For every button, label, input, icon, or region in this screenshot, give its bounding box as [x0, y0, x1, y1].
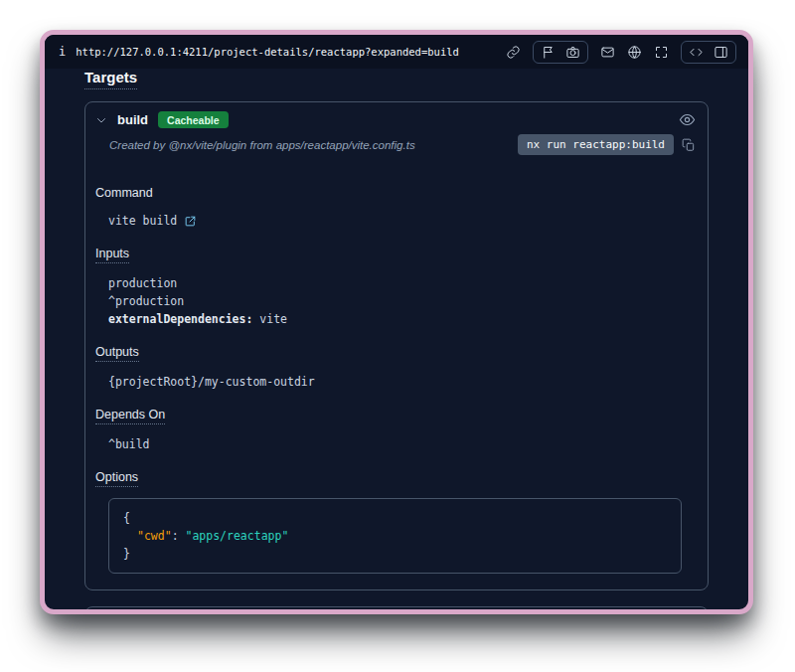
input-item: ^production	[108, 292, 690, 310]
outputs-section: Outputs {projectRoot}/my-custom-outdir	[95, 342, 690, 391]
target-name: build	[117, 112, 148, 127]
layout-panel-icon[interactable]	[714, 45, 728, 60]
depends-on-section: Depends On ^build	[95, 405, 690, 453]
dev-icon-group	[681, 41, 736, 64]
command-value: vite build	[108, 212, 177, 230]
browser-titlebar: i http://127.0.0.1:4211/project-details/…	[45, 35, 748, 69]
run-command-chip[interactable]: nx run reactapp:build	[518, 134, 674, 155]
external-link-icon	[184, 215, 197, 228]
code-line: "cwd": "apps/reactapp"	[123, 527, 667, 545]
options-code-block: { "cwd": "apps/reactapp" }	[108, 498, 682, 574]
json-value: "apps/reactapp"	[185, 529, 288, 543]
outputs-label[interactable]: Outputs	[95, 345, 139, 362]
input-dep-value: vite	[259, 312, 287, 326]
titlebar-toolbar	[506, 41, 736, 64]
depends-on-label[interactable]: Depends On	[95, 408, 165, 424]
eye-icon	[679, 111, 696, 128]
options-section: Options { "cwd": "apps/reactapp" }	[95, 467, 690, 574]
command-section: Command vite build	[95, 183, 690, 230]
url-bar[interactable]: http://127.0.0.1:4211/project-details/re…	[76, 46, 459, 58]
copy-icon	[682, 138, 696, 152]
json-key: "cwd"	[137, 529, 172, 543]
inputs-section: Inputs production ^production externalDe…	[95, 244, 690, 328]
browser-window: i http://127.0.0.1:4211/project-details/…	[40, 30, 753, 614]
created-by-text: Created by @nx/vite/plugin from apps/rea…	[109, 139, 510, 151]
json-separator: :	[172, 529, 186, 543]
code-line: {	[123, 509, 667, 527]
input-item: production	[108, 274, 690, 292]
build-card-subheader: Created by @nx/vite/plugin from apps/rea…	[85, 130, 708, 167]
inputs-label[interactable]: Inputs	[95, 247, 129, 263]
camera-icon[interactable]	[565, 45, 580, 60]
command-link[interactable]: vite build	[108, 212, 690, 230]
flag-icon[interactable]	[541, 45, 556, 60]
target-card-build: build Cacheable Created by @nx/vite/plug…	[84, 101, 709, 590]
targets-heading[interactable]: Targets	[84, 69, 137, 89]
options-label[interactable]: Options	[95, 470, 138, 487]
mail-icon[interactable]	[600, 45, 615, 60]
cacheable-badge: Cacheable	[158, 111, 229, 128]
input-item: externalDependencies: vite	[108, 310, 690, 328]
expand-icon[interactable]	[654, 45, 669, 60]
input-dep-key: externalDependencies:	[108, 312, 252, 326]
link-icon[interactable]	[506, 45, 521, 60]
target-card-serve: serve vite serve	[84, 606, 709, 609]
code-icon[interactable]	[689, 45, 704, 60]
output-item: {projectRoot}/my-custom-outdir	[108, 373, 690, 391]
serve-card-header[interactable]: serve vite serve	[85, 607, 708, 609]
page-content: Targets build Cacheable Created by @nx/v…	[45, 69, 748, 609]
build-card-header[interactable]: build Cacheable	[85, 102, 708, 130]
copy-command-button[interactable]	[682, 138, 696, 152]
info-icon[interactable]: i	[59, 45, 66, 59]
capture-icon-group	[533, 41, 588, 64]
command-label: Command	[95, 186, 153, 200]
view-in-graph-button[interactable]	[679, 111, 696, 128]
globe-icon[interactable]	[627, 45, 642, 60]
build-card-sections: Command vite build Inputs production	[85, 167, 708, 589]
code-line: }	[123, 545, 667, 563]
depends-on-item: ^build	[108, 435, 690, 453]
chevron-down-icon	[95, 114, 107, 126]
